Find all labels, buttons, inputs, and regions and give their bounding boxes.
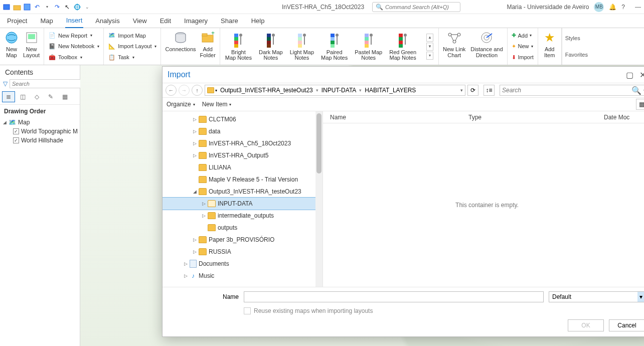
list-column-headers[interactable]: Name Type Date Moc xyxy=(323,111,644,123)
breadcrumb-0[interactable]: Output3_InVEST-HRA_testeOut23 xyxy=(220,87,313,94)
tree-scrollbar[interactable] xyxy=(315,111,323,287)
expand-icon[interactable]: ▷ xyxy=(192,153,198,158)
gallery-item[interactable]: Bright Map Notes xyxy=(225,33,252,61)
qat-customize-icon[interactable]: ⌄ xyxy=(83,3,91,11)
chevron-right-icon[interactable]: ▾ xyxy=(316,88,318,93)
import-map-button[interactable]: 🗺️Import Map xyxy=(108,31,146,41)
tab-map[interactable]: Map xyxy=(39,15,54,28)
breadcrumb-dropdown-icon[interactable]: ▾ xyxy=(460,88,463,93)
col-name[interactable]: Name xyxy=(323,114,468,121)
tree-node[interactable]: ▷Documents xyxy=(163,258,323,270)
tree-node[interactable]: Maple V Release 5 - Trial Version xyxy=(163,174,323,186)
breadcrumb-2[interactable]: HABITAT_LAYERS xyxy=(365,87,416,94)
layer-visibility-checkbox[interactable]: ✓ xyxy=(13,128,19,134)
connections-button[interactable]: Connections xyxy=(165,30,196,64)
toolbox-button[interactable]: 🧰Toolbox▾ xyxy=(48,52,82,62)
add-folder-button[interactable]: + Add Folder xyxy=(200,30,216,64)
tab-analysis[interactable]: Analysis xyxy=(94,15,120,28)
reuse-maps-checkbox[interactable] xyxy=(244,307,251,314)
chevron-down-icon[interactable]: ▾ xyxy=(637,292,644,302)
collapse-icon[interactable]: ◢ xyxy=(3,120,7,125)
col-type[interactable]: Type xyxy=(468,114,604,121)
ok-button[interactable]: OK xyxy=(568,319,604,331)
list-by-editing-icon[interactable]: ✎ xyxy=(44,91,57,102)
view-mode-button[interactable]: ▦ xyxy=(636,99,644,110)
minimize-icon[interactable]: — xyxy=(635,4,641,11)
tree-node[interactable]: ▷CLCTM06 xyxy=(163,113,323,125)
tab-insert[interactable]: Insert xyxy=(65,15,84,28)
tab-help[interactable]: Help xyxy=(250,15,266,28)
new-notebook-button[interactable]: 📓New Notebook▾ xyxy=(48,41,99,51)
tree-node[interactable]: LILIANA xyxy=(163,161,323,174)
toc-map-node[interactable]: ◢ 🗺️ Map xyxy=(2,118,80,127)
close-icon[interactable]: ✕ xyxy=(639,70,644,80)
add-button[interactable]: ✚Add▾ xyxy=(512,31,532,41)
save-project-icon[interactable] xyxy=(23,3,31,11)
user-name[interactable]: Maria - Universidade de Aveiro xyxy=(507,4,589,11)
search-icon[interactable]: 🔍 xyxy=(631,86,641,95)
import-button[interactable]: ⬇Import xyxy=(512,52,534,62)
list-by-snapping-icon[interactable]: ▦ xyxy=(58,91,71,102)
new-report-button[interactable]: 📄New Report▾ xyxy=(48,31,92,41)
list-by-selection-icon[interactable]: ◇ xyxy=(30,91,43,102)
add-item-button[interactable]: ★ Add Item xyxy=(542,30,557,64)
gallery-scroll-up-icon[interactable]: ▲ xyxy=(426,34,433,42)
new-map-button[interactable]: New Map xyxy=(4,30,19,64)
explore-tool-icon[interactable] xyxy=(73,3,81,11)
gallery-item[interactable]: Red Green Map Notes xyxy=(389,33,416,61)
tree-node[interactable]: outputs xyxy=(163,222,323,234)
notifications-icon[interactable]: 🔔 xyxy=(609,4,616,11)
up-button[interactable]: ↑ xyxy=(192,85,203,96)
toc-layer[interactable]: ✓World Hillshade xyxy=(2,136,80,145)
tab-project[interactable]: Project xyxy=(6,15,28,28)
expand-icon[interactable]: ▷ xyxy=(192,237,198,242)
gallery-item[interactable]: Paired Map Notes xyxy=(321,33,348,61)
expand-icon[interactable]: ▷ xyxy=(183,273,189,278)
task-button[interactable]: 📋Task▾ xyxy=(108,52,134,62)
sort-button[interactable]: ↕≡ xyxy=(484,85,495,96)
cancel-button[interactable]: Cancel xyxy=(609,319,644,331)
new-layout-button[interactable]: New Layout xyxy=(23,30,40,64)
map-view[interactable]: Douro International Natural Park ibes of… xyxy=(80,65,644,346)
filter-select[interactable]: Default ▾ xyxy=(549,291,644,302)
list-by-source-icon[interactable]: ◫ xyxy=(16,91,29,102)
new-item-dropdown[interactable]: New Item▾ xyxy=(202,101,232,108)
tree-node[interactable]: ▷RUSSIA xyxy=(163,246,323,258)
map-notes-gallery[interactable]: Bright Map NotesDark Map NotesLight Map … xyxy=(220,28,439,65)
toc-layer[interactable]: ✓World Topographic M xyxy=(2,127,80,136)
tree-node[interactable]: ▷Paper 3b_PROVISÓRIO xyxy=(163,234,323,246)
expand-icon[interactable]: ▷ xyxy=(183,261,189,266)
name-input[interactable] xyxy=(244,291,544,302)
gallery-scroll-down-icon[interactable]: ▼ xyxy=(426,43,433,51)
tab-edit[interactable]: Edit xyxy=(159,15,172,28)
expand-icon[interactable]: ▷ xyxy=(201,201,207,206)
expand-icon[interactable]: ▷ xyxy=(192,117,198,122)
scrollbar-thumb[interactable] xyxy=(316,113,321,174)
tab-view[interactable]: View xyxy=(132,15,148,28)
gallery-expand-icon[interactable]: ▾ xyxy=(426,52,433,60)
redo-icon[interactable]: ↷ xyxy=(53,3,61,11)
tree-node[interactable]: ▷data xyxy=(163,125,323,137)
tree-node[interactable]: ▷intermediate_outputs xyxy=(163,210,323,222)
location-type-icon[interactable]: ▾ xyxy=(207,87,217,93)
expand-icon[interactable]: ◢ xyxy=(192,189,198,194)
chevron-right-icon[interactable]: ▾ xyxy=(359,88,362,93)
distance-direction-button[interactable]: Distance and Direction xyxy=(470,30,503,64)
layer-visibility-checkbox[interactable]: ✓ xyxy=(13,137,19,143)
refresh-button[interactable]: ⟳ xyxy=(467,85,478,96)
new-button[interactable]: ✦New▾ xyxy=(512,41,533,51)
dialog-search-input[interactable] xyxy=(502,87,631,94)
tree-node[interactable]: ▷InVEST-HRA_Ch5_18Oct2023 xyxy=(163,137,323,149)
filter-icon[interactable]: ▽ xyxy=(3,80,8,87)
tab-imagery[interactable]: Imagery xyxy=(183,15,209,28)
breadcrumb-bar[interactable]: ▾ Output3_InVEST-HRA_testeOut23 ▾ INPUT-… xyxy=(205,85,465,96)
col-date[interactable]: Date Moc xyxy=(604,114,644,121)
dialog-search[interactable]: 🔍 ▾ xyxy=(500,85,644,96)
undo-dropdown-icon[interactable]: ▾ xyxy=(43,3,51,11)
dialog-folder-tree[interactable]: ▷CLCTM06▷data▷InVEST-HRA_Ch5_18Oct2023▷I… xyxy=(163,111,323,287)
open-project-icon[interactable] xyxy=(13,3,21,11)
import-layout-button[interactable]: 📐Import Layout▾ xyxy=(108,41,156,51)
tree-node[interactable]: ◢Output3_InVEST-HRA_testeOut23 xyxy=(163,186,323,198)
tree-node[interactable]: ▷INPUT-DATA xyxy=(163,198,323,210)
expand-icon[interactable]: ▷ xyxy=(192,129,198,134)
